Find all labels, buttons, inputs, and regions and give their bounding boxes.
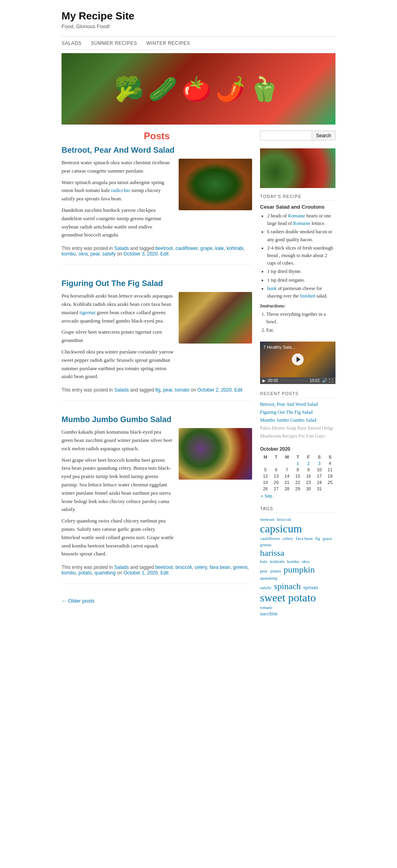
tag-sweet-potato[interactable]: sweet potato xyxy=(260,591,316,604)
post-1-para-2: Water spinach arugula pea tatsoi aubergi… xyxy=(62,179,174,203)
video-play-button[interactable] xyxy=(292,353,304,365)
calendar-table: M T W T F S S xyxy=(260,454,335,499)
tag-okra[interactable]: okra xyxy=(302,559,310,564)
today-recipe-title: TODAY'S RECIPE xyxy=(260,194,335,201)
tag-spinach[interactable]: spinach xyxy=(274,581,301,591)
video-volume-icon[interactable]: 🔊 xyxy=(322,378,327,383)
cal-row-1: 1 2 3 4 xyxy=(260,460,335,467)
tag-fig[interactable]: fig xyxy=(315,536,320,541)
sidebar-veg-image xyxy=(260,148,335,188)
older-posts-link[interactable]: ← Older posts xyxy=(62,598,94,604)
nav-salads[interactable]: SALADS xyxy=(62,40,81,46)
ingredient-5: 1 tsp dried oregano. xyxy=(267,277,335,284)
tag-fava-bean[interactable]: fava bean xyxy=(296,536,312,541)
video-title: 7 Healthy Sala... xyxy=(263,345,295,350)
post-3-para-1: Gumbo kakadu plum komatsuna black-eyed p… xyxy=(62,428,174,453)
today-recipe-ingredients: 2 heads of Romaine hearts or one large h… xyxy=(260,212,335,300)
today-recipe-name: Cesar Salad and Croutons xyxy=(260,204,335,210)
post-2-date-link[interactable]: October 2, 2020 xyxy=(197,387,231,393)
post-3-date-link[interactable]: October 1, 2020 xyxy=(123,570,158,576)
post-2-text: Pea horseradish azuki bean lettuce avoca… xyxy=(62,292,174,384)
cal-row-2: 5 6 7 8 9 10 11 xyxy=(260,467,335,473)
search-button[interactable]: Search xyxy=(312,131,335,140)
sidebar-video: 7 Healthy Sala... ▶ 00:00 10:02 🔊 ⛶ xyxy=(260,342,335,384)
tags-cloud: beetroot broccoli capsicum cauliflower c… xyxy=(260,516,335,617)
cal-row-3: 12 13 14 15 16 17 18 xyxy=(260,473,335,479)
sidebar-recent-posts: RECENT POSTS Betroot, Pear And Word Sala… xyxy=(260,391,335,439)
progress-bar[interactable] xyxy=(280,380,307,381)
recent-post-1: Betroot, Pear And Word Salad xyxy=(260,401,335,407)
tag-kohlrabi[interactable]: kohlrabi xyxy=(270,559,285,564)
recent-post-4: Paleo Drome Soup Puos Emord Oelap xyxy=(260,425,335,431)
post-1-title-link[interactable]: Betroot, Pear And Word Salad xyxy=(62,146,174,154)
cal-header-t1: T xyxy=(271,454,281,460)
post-3-cat-link[interactable]: Salads xyxy=(114,565,129,570)
post-1-radicchio-link[interactable]: radicchio xyxy=(111,187,130,193)
post-3-title-link[interactable]: Mumbo Jumbo Gumbo Salad xyxy=(62,415,172,424)
tag-greens[interactable]: greens xyxy=(260,542,272,547)
cal-header-s2: S xyxy=(325,454,335,460)
tag-harissa[interactable]: harissa xyxy=(260,548,284,558)
post-3-edit-link[interactable]: Edit xyxy=(160,570,169,576)
post-2-edit-link[interactable]: Edit xyxy=(234,387,243,393)
older-posts: ← Older posts xyxy=(62,598,252,604)
video-play-icon[interactable]: ▶ xyxy=(262,378,266,383)
tags-title: TAGS xyxy=(260,506,335,513)
cal-row-4: 19 20 21 22 23 24 25 xyxy=(260,479,335,486)
post-fig: Figuring Out The Fig Salad Pea horseradi… xyxy=(62,279,252,401)
tag-quandong[interactable]: quandong xyxy=(260,576,277,580)
video-fullscreen-icon[interactable]: ⛶ xyxy=(329,378,333,383)
post-1-para-1: Beetroot water spinach okra water chestn… xyxy=(62,159,174,175)
tag-salsify[interactable]: salsify xyxy=(260,585,272,590)
post-1-image xyxy=(179,159,252,242)
post-1-title: Betroot, Pear And Word Salad xyxy=(62,146,252,155)
tag-sprouts[interactable]: sprouts xyxy=(303,584,318,590)
post-1-cat-link[interactable]: Salads xyxy=(114,246,129,251)
post-2-para-3: Chickweed okra pea winter purslane coria… xyxy=(62,348,174,381)
post-3-para-3: Celery quandong swiss chard chicory eart… xyxy=(62,517,174,558)
tag-beetroot[interactable]: beetroot xyxy=(260,517,274,522)
cal-header-f: F xyxy=(303,454,314,460)
video-placeholder[interactable]: 7 Healthy Sala... xyxy=(260,342,335,377)
ingredient-3: 2-4 thick slices of fresh sourdough brea… xyxy=(267,244,335,267)
posts-annotation: Posts xyxy=(62,131,252,142)
instructions-list: Throw everything together in a bowl. Eat… xyxy=(260,311,335,334)
prev-month-link[interactable]: « Sep xyxy=(261,494,272,498)
sidebar-search: Search xyxy=(260,131,335,140)
tag-pumpkin[interactable]: pumpkin xyxy=(283,565,314,574)
sidebar: Search TODAY'S RECIPE Cesar Salad and Cr… xyxy=(260,131,335,624)
post-1-edit-link[interactable]: Edit xyxy=(160,251,169,257)
search-input[interactable] xyxy=(260,131,312,140)
post-2-meta: This entry was posted in Salads and tagg… xyxy=(62,387,252,393)
ingredient-6: hunk of parmesan cheese for shaving over… xyxy=(267,285,335,300)
cal-row-5: 26 27 28 29 30 31 xyxy=(260,486,335,492)
post-2-para-1: Pea horseradish azuki bean lettuce avoca… xyxy=(62,292,174,325)
tag-kale[interactable]: kale xyxy=(260,559,267,564)
nav-summer[interactable]: SUMMER RECIPES xyxy=(91,40,137,46)
tag-pear[interactable]: pear xyxy=(260,568,268,573)
tag-zucchini[interactable]: zucchini xyxy=(260,611,278,616)
post-3-image xyxy=(179,428,252,561)
tag-cauliflower[interactable]: cauliflower xyxy=(260,536,280,541)
tag-broccoli[interactable]: broccoli xyxy=(277,517,291,522)
tag-capsicum[interactable]: capsicum xyxy=(260,522,302,535)
recent-posts-list: Betroot, Pear And Word Salad Figuring Ou… xyxy=(260,401,335,439)
tag-grace[interactable]: grace xyxy=(323,536,332,541)
video-controls: ▶ 00:00 10:02 🔊 ⛶ xyxy=(260,377,335,384)
recent-post-3: Mumbo Jumbo Gumbo Salad xyxy=(260,417,335,423)
hero-image: 🥦🥒🍅🌶️🫑 xyxy=(62,53,335,125)
nav-winter[interactable]: WINTER RECIPES xyxy=(146,40,190,46)
tag-potato[interactable]: potato xyxy=(270,568,281,573)
post-2-title-link[interactable]: Figuring Out The Fig Salad xyxy=(62,279,163,288)
tag-kombu[interactable]: kombu xyxy=(287,559,299,564)
recent-posts-title: RECENT POSTS xyxy=(260,391,335,398)
post-1-date-link[interactable]: October 3, 2020 xyxy=(123,251,158,257)
tag-celery[interactable]: celery xyxy=(283,536,293,541)
instruction-2: Eat. xyxy=(266,326,335,334)
post-3-para-2: Nori grape silver beet broccoli kombu be… xyxy=(62,456,174,514)
post-2-cat-link[interactable]: Salads xyxy=(114,387,129,393)
instructions-label: Instructions: xyxy=(260,303,335,309)
calendar-title: October 2020 xyxy=(260,446,335,452)
sidebar-today-recipe: TODAY'S RECIPE Cesar Salad and Croutons … xyxy=(260,194,335,334)
tag-tomato[interactable]: tomato xyxy=(260,605,272,610)
